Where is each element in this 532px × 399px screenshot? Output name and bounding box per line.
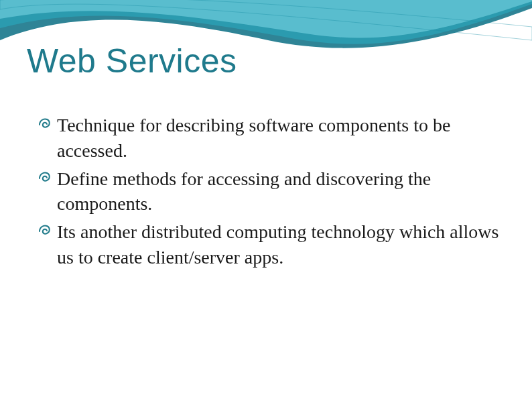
swirl-bullet-icon xyxy=(37,115,53,131)
bullet-item: Define methods for accessing and discove… xyxy=(37,166,499,217)
bullet-item: Technique for describing software compon… xyxy=(37,113,499,164)
slide: Web Services Technique for describing so… xyxy=(0,0,532,399)
swirl-bullet-icon xyxy=(37,169,53,185)
bullet-text: Define methods for accessing and discove… xyxy=(57,168,431,215)
slide-body: Technique for describing software compon… xyxy=(37,113,499,273)
bullet-item: Its another distributed computing techno… xyxy=(37,219,499,270)
bullet-text: Its another distributed computing techno… xyxy=(57,221,498,268)
bullet-text: Technique for describing software compon… xyxy=(57,115,450,161)
swirl-bullet-icon xyxy=(37,222,53,238)
slide-title: Web Services xyxy=(27,42,237,80)
